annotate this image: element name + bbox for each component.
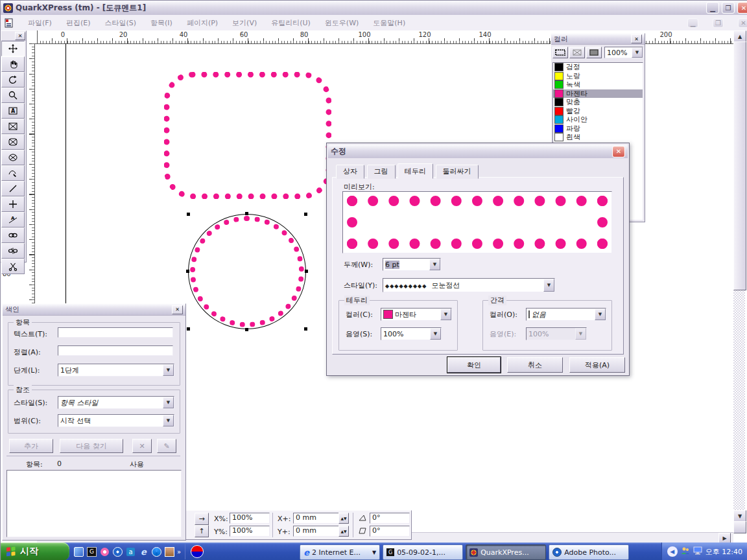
item-tool[interactable] <box>1 41 25 56</box>
x-offset-stepper[interactable]: ▲▼ <box>338 513 349 524</box>
tray-collapse-chevron-icon[interactable]: ◀ <box>667 546 678 557</box>
child-minimize-button[interactable]: ▁ <box>687 18 698 28</box>
tab-picture[interactable]: 그림 <box>367 165 396 179</box>
quicklaunch-photo-viewer-icon[interactable] <box>99 546 110 557</box>
quicklaunch-g-app-icon[interactable]: G <box>86 546 97 557</box>
color-row[interactable]: 사이안 <box>553 115 643 124</box>
quicklaunch-player-icon[interactable] <box>151 546 162 557</box>
gap-color-combo[interactable]: 없음 ▼ <box>526 308 606 321</box>
task-adobe-photoshop[interactable]: Adobe Photo... <box>549 544 629 560</box>
skew-field[interactable]: 0° <box>370 526 410 537</box>
quicklaunch-internet-explorer-icon[interactable]: e <box>138 546 149 557</box>
tab-frame[interactable]: 테두리 <box>397 163 433 179</box>
restore-button[interactable]: ❐ <box>722 2 735 14</box>
index-palette-close-icon[interactable]: ✕ <box>172 305 183 314</box>
ok-button[interactable]: 확인 <box>447 357 501 373</box>
add-button[interactable]: 추가 <box>9 439 53 453</box>
text-path-tool[interactable]: A <box>1 212 25 228</box>
level-combo[interactable]: 1단계 ▼ <box>58 364 174 377</box>
color-row[interactable]: 빨강 <box>553 107 643 116</box>
index-entry-list[interactable] <box>6 470 182 537</box>
ref-style-combo[interactable]: 항목 스타일 ▼ <box>58 396 174 409</box>
y-offset-stepper[interactable]: ▲▼ <box>338 526 349 537</box>
y-offset-field[interactable]: 0 mm <box>293 526 342 537</box>
menu-help[interactable]: 도움말(H) <box>373 18 405 28</box>
close-button[interactable]: ✕ <box>737 2 747 14</box>
rounded-picture-box-tool[interactable] <box>1 134 25 150</box>
selection-handle[interactable] <box>187 327 190 331</box>
colors-palette-close-icon[interactable]: ✕ <box>631 34 642 43</box>
task-quarkxpress[interactable]: QuarkXPres... <box>466 544 546 560</box>
rotation-field[interactable]: 0° <box>370 513 410 524</box>
frame-shade-combo[interactable]: 100% ▼ <box>381 327 442 340</box>
selection-handle[interactable] <box>245 212 248 215</box>
flip-horizontal-icon[interactable]: → <box>195 513 209 525</box>
task-document[interactable]: G 05-09-02-1,... <box>383 544 463 560</box>
line-tool[interactable] <box>1 181 25 196</box>
menu-style[interactable]: 스타일(S) <box>104 18 136 28</box>
modify-dialog-close-icon[interactable]: ✕ <box>612 146 625 158</box>
selection-handle[interactable] <box>304 213 307 216</box>
chevron-down-icon[interactable]: ▼ <box>163 397 174 408</box>
menu-page[interactable]: 페이지(P) <box>187 18 218 28</box>
sort-input[interactable] <box>58 345 173 356</box>
unlinking-tool[interactable] <box>1 243 25 259</box>
tab-runaround[interactable]: 둘러싸기 <box>436 165 479 179</box>
contents-mode-icon[interactable] <box>569 47 585 58</box>
y-scale-field[interactable]: 100% <box>230 526 270 537</box>
chevron-down-icon[interactable]: ▼ <box>440 309 451 320</box>
menu-file[interactable]: 파일(F) <box>28 18 52 28</box>
chevron-down-icon[interactable]: ▼ <box>543 279 554 292</box>
chevron-down-icon[interactable]: ▼ <box>595 309 606 320</box>
delete-entry-icon[interactable]: ✕ <box>132 439 152 453</box>
rectangle-picture-box-tool[interactable] <box>1 119 25 134</box>
x-offset-field[interactable]: 0 mm <box>293 513 342 524</box>
chevron-down-icon[interactable]: ▼ <box>430 328 441 340</box>
quicklaunch-a-app-icon[interactable]: a <box>125 546 136 557</box>
child-close-button[interactable]: ✕ <box>738 18 747 28</box>
color-row[interactable]: 파랑 <box>553 124 643 134</box>
quicklaunch-overflow-chevron-icon[interactable]: » <box>177 548 181 555</box>
child-restore-button[interactable]: ❐ <box>713 18 724 28</box>
scissors-tool[interactable] <box>1 259 25 274</box>
vertical-scrollbar[interactable]: ▲ ▼ <box>733 30 745 533</box>
frame-mode-icon[interactable] <box>552 47 568 58</box>
linking-tool[interactable] <box>1 228 25 243</box>
tab-box[interactable]: 상자 <box>336 165 364 179</box>
text-input[interactable] <box>58 327 173 338</box>
chevron-down-icon[interactable]: ▼ <box>632 47 643 58</box>
dotted-rounded-rect-box[interactable] <box>164 72 331 199</box>
style-combo[interactable]: ◆◆◆◆◆◆◆◆◆ 모눈점선 ▼ <box>383 278 555 292</box>
color-row[interactable]: 흰색 <box>553 133 643 142</box>
color-row-selected[interactable]: 마젠타 <box>553 89 643 99</box>
flip-vertical-icon[interactable]: ↑ <box>195 525 209 537</box>
oval-picture-box-tool[interactable] <box>1 150 25 165</box>
cancel-button[interactable]: 취소 <box>507 357 563 373</box>
tray-display-icon[interactable] <box>693 546 702 557</box>
bezier-picture-box-tool[interactable] <box>1 165 25 181</box>
rotation-tool[interactable] <box>1 72 25 88</box>
color-row[interactable]: 녹색 <box>553 80 643 89</box>
tray-users-icon[interactable] <box>681 546 690 557</box>
quicklaunch-app-icon[interactable] <box>73 546 84 557</box>
minimize-button[interactable]: ▁ <box>706 2 719 14</box>
selection-handle[interactable] <box>305 270 308 273</box>
x-scale-field[interactable]: 100% <box>230 513 270 524</box>
pattern-mode-icon[interactable] <box>586 47 602 58</box>
color-row[interactable]: 노랑 <box>553 72 643 81</box>
selection-handle[interactable] <box>186 270 189 273</box>
quicklaunch-paint-app-icon[interactable] <box>164 546 175 557</box>
chevron-down-icon[interactable]: ▼ <box>429 259 440 270</box>
menu-view[interactable]: 보기(V) <box>232 18 257 28</box>
menu-edit[interactable]: 편집(E) <box>66 18 91 28</box>
frame-color-combo[interactable]: 마젠타 ▼ <box>381 308 452 321</box>
apply-button[interactable]: 적용(A) <box>569 357 625 373</box>
find-next-button[interactable]: 다음 찾기 <box>60 439 123 453</box>
quicklaunch-media-player-icon[interactable] <box>112 546 123 557</box>
start-button[interactable]: 시작 <box>1 542 69 560</box>
orthogonal-line-tool[interactable] <box>1 196 25 212</box>
zoom-tool[interactable] <box>1 88 25 103</box>
chevron-down-icon[interactable]: ▼ <box>163 415 174 426</box>
selection-handle[interactable] <box>245 328 248 331</box>
color-row[interactable]: 맞춤 <box>553 98 643 107</box>
